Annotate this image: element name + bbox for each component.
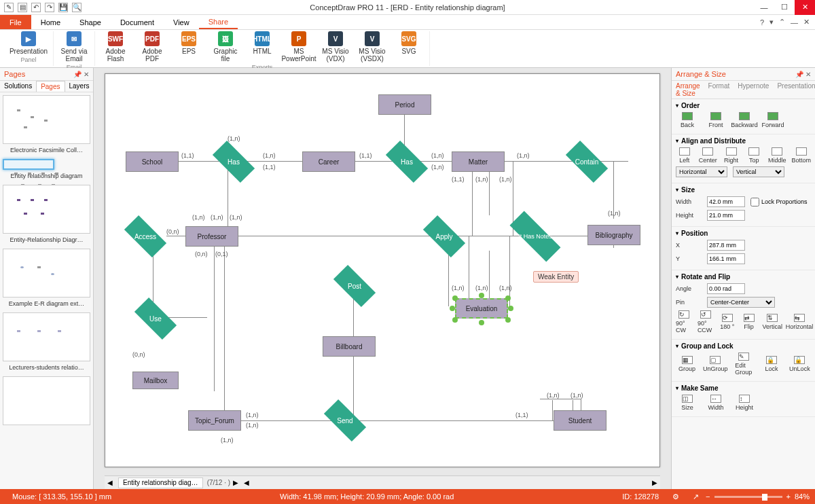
pin-icon[interactable]: 📌 ✕ [795,71,811,78]
canvas-area[interactable]: Period School Career Matter Bibliography… [94,68,671,489]
rel-access[interactable]: Access [126,226,165,247]
section-position[interactable]: Position [676,230,811,237]
minimize-ribbon-icon[interactable]: ⌃ [779,18,785,26]
rotate-ccw-button[interactable]: ↺90° CCW [698,310,714,334]
rel-contain[interactable]: Contain [567,151,606,172]
y-input[interactable] [707,253,745,264]
rotate-cw-button[interactable]: ↻90° CW [676,310,692,334]
entity-period[interactable]: Period [378,94,431,115]
rel-apply[interactable]: Apply [424,226,464,247]
visio-vdx-button[interactable]: VMS Visio (VDX) [319,31,352,62]
chevron-down-icon[interactable]: ▾ [769,18,774,26]
scroll-right-icon[interactable]: ▶ [230,479,241,486]
order-backward-button[interactable]: Backward [733,112,756,128]
align-middle-button[interactable]: Middle [768,147,786,164]
zoom-out-button[interactable]: − [706,492,710,501]
adobe-flash-button[interactable]: SWFAdobe Flash [99,31,132,62]
help-icon[interactable]: ? [760,18,764,26]
height-input[interactable] [707,210,745,221]
html-button[interactable]: HTMLHTML [246,31,278,62]
pin-select[interactable]: Center-Center [707,297,775,308]
entity-topic-forum[interactable]: Topic_Forum [188,410,241,431]
page-thumbnail[interactable] [3,249,90,298]
svg-button[interactable]: SVGSVG [393,31,425,62]
same-width-button[interactable]: ↔Width [704,395,727,411]
section-make-same[interactable]: Make Same [676,384,811,392]
scroll-first-icon[interactable]: ◀ [241,479,252,486]
align-bottom-button[interactable]: Bottom [792,147,812,164]
close-doc-icon[interactable]: ✕ [803,18,810,26]
page-thumbnail[interactable] [3,185,90,234]
gear-icon[interactable]: ⚙ [666,492,686,501]
minimize-button[interactable]: — [754,0,774,15]
presentation-button[interactable]: ▶Presentation [8,31,49,55]
distribute-horizontal-select[interactable]: Horizontal [676,166,727,177]
adobe-pdf-button[interactable]: PDFAdobe PDF [136,31,168,62]
page-thumbnail[interactable] [3,312,90,361]
same-height-button[interactable]: ↕Height [733,395,756,411]
entity-school[interactable]: School [126,151,179,172]
rp-tab-presentation[interactable]: Presentation [773,81,815,98]
rel-has-2[interactable]: Has [387,151,427,172]
entity-mailbox[interactable]: Mailbox [132,372,179,389]
page-thumbnails[interactable]: Electronic Facsimile Coll… Entity relati… [0,92,93,489]
flip-button[interactable]: ⇄Flip [741,314,757,330]
rel-use[interactable]: Use [136,308,175,329]
diagram-canvas[interactable]: Period School Career Matter Bibliography… [105,73,660,467]
entity-evaluation-selected[interactable]: Evaluation [455,298,508,319]
align-center-button[interactable]: Center [699,147,717,164]
order-back-button[interactable]: Back [676,112,699,128]
order-forward-button[interactable]: Forward [761,112,784,128]
save-icon[interactable]: 💾 [58,3,68,12]
x-input[interactable] [707,240,745,251]
tab-shape[interactable]: Shape [70,15,111,29]
section-rotate[interactable]: Rotate and Flip [676,273,811,281]
distribute-vertical-select[interactable]: Vertical [733,166,784,177]
section-size[interactable]: Size [676,186,811,194]
rp-tab-format[interactable]: Format [704,81,734,98]
sheet-tab[interactable]: Entity relationship diag… [118,478,203,488]
rel-has-1[interactable]: Has [214,151,253,172]
open-icon[interactable]: ▤ [18,3,27,12]
edit-group-button[interactable]: ✎Edit Group [732,353,755,376]
rotate-180-button[interactable]: ⟳180 ° [719,314,736,330]
entity-billboard[interactable]: Billboard [323,336,376,357]
maximize-button[interactable]: ☐ [774,0,795,15]
zoom-in-button[interactable]: + [786,492,791,501]
page-thumbnail[interactable] [3,376,90,425]
close-button[interactable]: ✕ [795,0,815,15]
undo-icon[interactable]: ↶ [31,3,41,12]
eps-button[interactable]: EPSEPS [173,31,205,62]
send-email-button[interactable]: ✉Send via Email [58,31,90,62]
new-icon[interactable]: ✎ [4,3,14,12]
align-left-button[interactable]: Left [676,147,693,164]
flip-horizontal-button[interactable]: ⇆Horizontal [788,314,811,330]
flip-vertical-button[interactable]: ⇅Vertical [763,314,783,330]
width-input[interactable] [707,196,745,207]
entity-career[interactable]: Career [302,151,355,172]
redo-icon[interactable]: ↷ [45,3,54,12]
subtab-solutions[interactable]: Solutions [0,81,36,92]
lock-button[interactable]: 🔒Lock [761,356,783,372]
zoom-slider[interactable] [714,496,782,498]
visio-vsdx-button[interactable]: VMS Visio (VSDX) [356,31,388,62]
powerpoint-button[interactable]: PMS PowerPoint [283,31,315,62]
subtab-pages[interactable]: Pages [36,81,65,92]
align-top-button[interactable]: Top [745,147,763,164]
restore-down-icon[interactable]: — [791,18,798,26]
section-align[interactable]: Align and Distribute [676,137,811,145]
tab-file[interactable]: File [0,15,31,29]
unlock-button[interactable]: 🔓UnLock [789,356,811,372]
entity-student[interactable]: Student [554,410,606,431]
section-order[interactable]: Order [676,102,811,109]
align-right-button[interactable]: Right [723,147,740,164]
scroll-end-icon[interactable]: ▶ [649,479,660,486]
order-front-button[interactable]: Front [704,112,727,128]
rel-post[interactable]: Post [335,276,374,296]
pin-icon[interactable]: 📌 ✕ [73,71,89,78]
lock-proportions-checkbox[interactable] [750,198,759,206]
subtab-layers[interactable]: Layers [65,81,94,92]
ungroup-button[interactable]: ▢UnGroup [704,356,727,372]
group-button[interactable]: ▦Group [676,356,698,372]
entity-professor[interactable]: Professor [185,226,238,247]
